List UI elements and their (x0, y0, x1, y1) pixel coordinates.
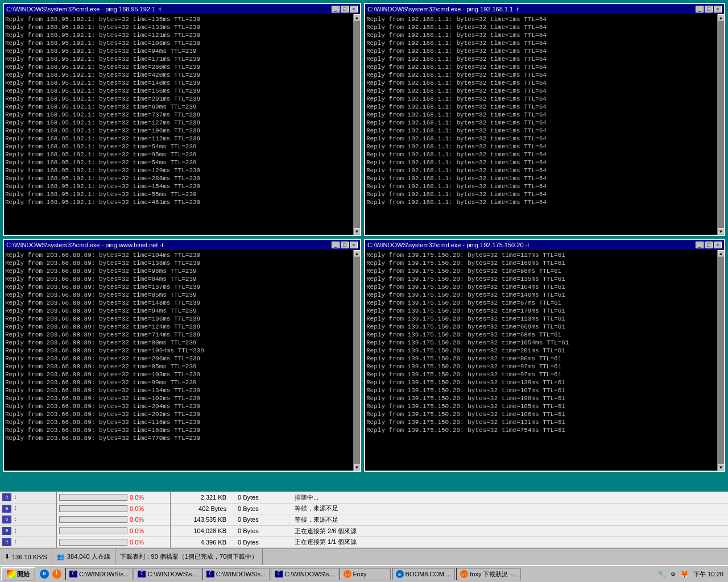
close-button-4[interactable]: × (714, 242, 722, 248)
cmd-line: Reply from 203.66.88.89: bytes=32 time=1… (5, 315, 352, 323)
size-4: 104,028 KB (175, 527, 226, 534)
cmd-line: Reply from 139.175.150.20: bytes=32 time… (366, 259, 716, 267)
scroll-up-4[interactable]: ▲ (718, 250, 725, 257)
cmd-controls-3: _ □ × (332, 242, 358, 248)
scroll-up-1[interactable]: ▲ (354, 14, 361, 21)
progress-bar-5 (59, 539, 127, 546)
cmd-window-3[interactable]: C:\WINDOWS\system32\cmd.exe - ping www.h… (3, 239, 361, 472)
cmd-line: Reply from 192.168.1.1: bytes=32 time<1m… (366, 55, 716, 63)
close-button-1[interactable]: × (350, 6, 358, 13)
cmd-window-1[interactable]: C:\WINDOWS\system32\cmd.exe - ping 168.9… (3, 3, 361, 236)
cmd-line: Reply from 192.168.1.1: bytes=32 time<1m… (366, 127, 716, 135)
tray-network-icon: 🔧 (657, 569, 666, 579)
taskbar-item-cmd4[interactable]: C C:\WINDOWS\s... (271, 568, 338, 580)
dl-icon-2: e (2, 505, 11, 513)
cmd-line: Reply from 203.66.88.89: bytes=32 time=8… (5, 275, 352, 283)
speed-icon: ⬇ (5, 553, 10, 560)
cmd-line: Reply from 192.168.1.1: bytes=32 time<1m… (366, 167, 716, 174)
scroll-down-1[interactable]: ▼ (354, 228, 361, 235)
dl-icon-3: e (2, 516, 11, 523)
maximize-button-4[interactable]: □ (705, 242, 713, 248)
fox-icon-tb7: 🦊 (460, 570, 468, 578)
cmd-line: Reply from 139.175.150.20: bytes=32 time… (366, 402, 716, 410)
cmd-line: Reply from 168.95.192.1: bytes=32 time=1… (5, 119, 352, 127)
cmd-icon-tb1: C (69, 571, 77, 577)
minimize-button-3[interactable]: _ (332, 242, 340, 248)
scroll-down-3[interactable]: ▼ (354, 464, 361, 471)
cmd-line: Reply from 203.66.88.89: bytes=32 time=9… (5, 267, 352, 275)
cmd-line: Reply from 192.168.1.1: bytes=32 time<1m… (366, 111, 716, 119)
online-count: 384,040 人在線 (67, 552, 110, 561)
status-msg-1: 排隊中... (295, 493, 318, 502)
dl-name-3: : (14, 517, 17, 523)
minimize-button-1[interactable]: _ (332, 6, 340, 13)
taskbar-item-cmd3[interactable]: C C:\WINDOWS\s... (202, 568, 270, 580)
cmd-line: Reply from 192.168.1.1: bytes=32 time<1m… (366, 198, 716, 206)
cmd-line: Reply from 192.168.1.1: bytes=32 time<1m… (366, 151, 716, 159)
scrollbar-2[interactable]: ▲ ▼ (717, 14, 724, 235)
cmd-line: Reply from 203.66.88.89: bytes=32 time=7… (5, 434, 352, 442)
close-button-2[interactable]: × (714, 6, 722, 13)
taskbar-label-cmd2: C:\WINDOWS\s... (147, 571, 197, 577)
scroll-track-2[interactable] (718, 21, 724, 228)
scroll-track-4[interactable] (718, 257, 724, 464)
scroll-down-2[interactable]: ▼ (718, 228, 725, 235)
scroll-up-2[interactable]: ▲ (718, 14, 725, 21)
minimize-button-2[interactable]: _ (696, 6, 704, 13)
ie-icon-tb6: e (396, 570, 404, 578)
scrollbar-3[interactable]: ▲ ▼ (353, 250, 360, 471)
ql-ie-icon[interactable]: e (39, 568, 50, 580)
start-button[interactable]: 開始 (1, 567, 35, 581)
scroll-track-1[interactable] (354, 21, 360, 228)
dl-name-4: : (14, 528, 17, 534)
cmd-line: Reply from 139.175.150.20: bytes=32 time… (366, 379, 716, 386)
status-msg-2: 等候，來源不足 (295, 504, 338, 513)
scrollbar-4[interactable]: ▲ ▼ (717, 250, 724, 471)
taskbar-item-foxy[interactable]: 🦊 Foxy (340, 568, 391, 580)
cmd-title-3: C:\WINDOWS\system32\cmd.exe - ping www.h… (6, 242, 163, 248)
cmd-line: Reply from 203.66.88.89: bytes=32 time=8… (5, 363, 352, 371)
cmd-line: Reply from 139.175.150.20: bytes=32 time… (366, 418, 716, 426)
taskbar-item-foxy-dl[interactable]: 🦊 foxy 下載狀況 -... (456, 568, 521, 580)
cmd-line: Reply from 139.175.150.20: bytes=32 time… (366, 347, 716, 355)
status-row-4: 104,028 KB 0 Bytes 正在連接第 2/6 個來源 (171, 526, 728, 537)
taskbar-label-cmd4: C:\WINDOWS\s... (284, 571, 334, 577)
dl-name-2: : (14, 505, 17, 512)
received-3: 0 Bytes (238, 516, 283, 523)
cmd-content-4: Reply from 139.175.150.20: bytes=32 time… (365, 250, 717, 471)
cmd-line: Reply from 139.175.150.20: bytes=32 time… (366, 331, 716, 339)
cmd-line: Reply from 203.66.88.89: bytes=32 time=8… (5, 291, 352, 299)
scroll-track-3[interactable] (354, 257, 360, 464)
cmd-line: Reply from 203.66.88.89: bytes=32 time=1… (5, 299, 352, 307)
taskbar-item-cmd1[interactable]: C C:\WINDOWS\s... (65, 568, 133, 580)
cmd-line: Reply from 203.66.88.89: bytes=32 time=1… (5, 394, 352, 402)
cmd-line: Reply from 203.66.88.89: bytes=32 time=1… (5, 371, 352, 379)
taskbar-label-cmd3: C:\WINDOWS\s... (216, 571, 266, 577)
quick-launch: e f (36, 568, 65, 580)
cmd-icon-tb2: C (138, 571, 146, 577)
close-button-3[interactable]: × (350, 242, 358, 248)
cmd-line: Reply from 203.66.88.89: bytes=32 time=7… (5, 331, 352, 339)
dl-name-5: : (14, 539, 17, 545)
tray-time: 下午 10:20 (691, 570, 726, 579)
maximize-button-3[interactable]: □ (341, 242, 349, 248)
cmd-window-4[interactable]: C:\WINDOWS\system32\cmd.exe - ping 192.1… (364, 239, 725, 472)
scrollbar-1[interactable]: ▲ ▼ (353, 14, 360, 235)
cmd-icon-tb3: C (206, 571, 214, 577)
cmd-line: Reply from 168.95.192.1: bytes=32 time=1… (5, 135, 352, 143)
minimize-button-4[interactable]: _ (696, 242, 704, 248)
taskbar-item-boom8[interactable]: e BOOM8.COM ... (392, 568, 456, 580)
taskbar-item-cmd2[interactable]: C C:\WINDOWS\s... (134, 568, 201, 580)
scroll-down-4[interactable]: ▼ (718, 464, 725, 471)
cmd-line: Reply from 192.168.1.1: bytes=32 time<1m… (366, 143, 716, 151)
maximize-button-2[interactable]: □ (705, 6, 713, 13)
cmd-line: Reply from 203.66.88.89: bytes=32 time=1… (5, 251, 352, 259)
cmd-line: Reply from 168.95.192.1: bytes=32 time=1… (5, 167, 352, 174)
cmd-line: Reply from 168.95.192.1: bytes=32 time=2… (5, 174, 352, 182)
dl-icon-4: e (2, 527, 11, 535)
scroll-up-3[interactable]: ▲ (354, 250, 361, 257)
ql-foxy-icon[interactable]: f (51, 568, 63, 580)
cmd-line: Reply from 139.175.150.20: bytes=32 time… (366, 251, 716, 259)
cmd-window-2[interactable]: C:\WINDOWS\system32\cmd.exe - ping 192.1… (364, 3, 725, 236)
maximize-button-1[interactable]: □ (341, 6, 349, 13)
